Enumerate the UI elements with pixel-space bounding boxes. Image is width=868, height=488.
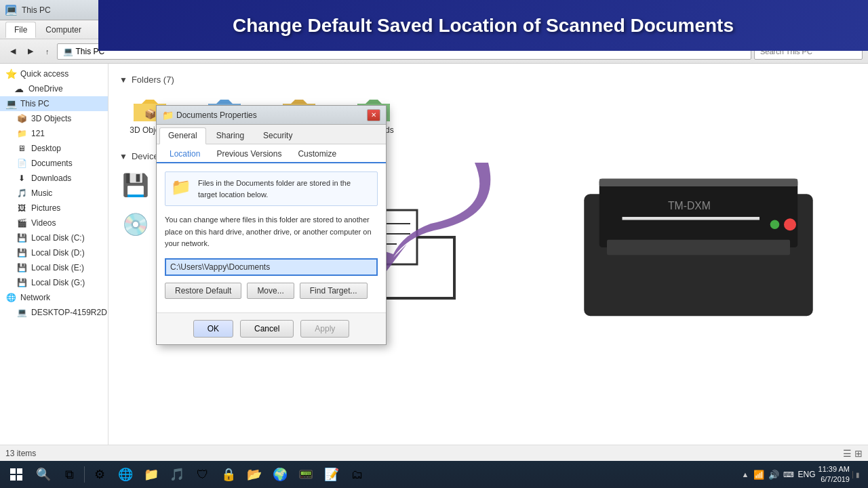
desktop-icon: 🖥: [16, 143, 27, 154]
dialog-footer: OK Cancel Apply: [157, 312, 386, 344]
sidebar-item-quick-access[interactable]: ⭐ Quick access: [0, 66, 108, 81]
start-button[interactable]: [3, 462, 30, 487]
ok-button[interactable]: OK: [193, 320, 233, 338]
svg-point-17: [784, 218, 796, 230]
disk-c-icon: 💾: [16, 232, 27, 243]
dialog-content: 📁 Files in the Documents folder are stor…: [157, 163, 386, 312]
windows-logo-icon: [10, 468, 22, 481]
apply-button[interactable]: Apply: [300, 320, 349, 338]
star-icon: ⭐: [5, 68, 16, 79]
taskbar: 🔍 ⧉ ⚙ 🌐 📁 🎵 🛡 🔒 📂 🌍 📟 📝 🗂 ▲ 📶 🔊 ⌨ ENG 11…: [0, 461, 868, 488]
sidebar-item-pictures[interactable]: 🖼 Pictures: [0, 201, 108, 216]
documents-properties-dialog: 📁 Documents Properties ✕ General Sharing…: [156, 105, 387, 345]
forward-button[interactable]: ▶: [23, 43, 38, 60]
path-input[interactable]: [165, 258, 378, 276]
taskbar-antivirus-icon[interactable]: 🔒: [216, 462, 241, 487]
sidebar-item-network[interactable]: 🌐 Network: [0, 290, 108, 305]
taskbar-word-icon[interactable]: 📝: [319, 462, 344, 487]
svg-rect-16: [623, 217, 760, 220]
svg-rect-15: [607, 240, 790, 256]
sidebar-item-documents[interactable]: 📄 Documents: [0, 156, 108, 171]
taskbar-ie-icon[interactable]: 🌐: [113, 462, 138, 487]
sidebar-item-onedrive[interactable]: ☁ OneDrive: [0, 81, 108, 96]
svg-point-18: [770, 220, 780, 230]
network-tray-icon[interactable]: 📶: [753, 470, 764, 480]
sidebar-item-desktop-pc[interactable]: 💻 DESKTOP-4159R2D: [0, 305, 108, 320]
taskbar-media-icon[interactable]: 🎵: [165, 462, 189, 487]
sidebar-item-local-e[interactable]: 💾 Local Disk (E:): [0, 260, 108, 275]
svg-rect-14: [599, 179, 798, 247]
taskbar-chrome-icon[interactable]: 🌍: [268, 462, 292, 487]
cloud-icon: ☁: [14, 83, 24, 94]
taskbar-file-manager-icon[interactable]: 📂: [242, 462, 267, 487]
disk-e-icon: 💾: [16, 262, 27, 273]
taskbar-search-icon[interactable]: 🔍: [31, 462, 56, 487]
sidebar-item-local-g[interactable]: 💾 Local Disk (G:): [0, 275, 108, 290]
find-target-button[interactable]: Find Target...: [300, 283, 368, 299]
taskbar-settings-icon[interactable]: ⚙: [87, 462, 112, 487]
sidebar-item-121[interactable]: 📁 121: [0, 126, 108, 141]
printer-image: TM-DXM: [529, 51, 868, 444]
disk-g-icon: 💾: [16, 277, 27, 288]
sidebar-item-downloads[interactable]: ⬇ Downloads: [0, 171, 108, 186]
volume-tray-icon[interactable]: 🔊: [768, 470, 779, 480]
network-icon: 🌐: [5, 292, 16, 303]
taskbar-shield-icon[interactable]: 🛡: [191, 462, 215, 487]
dialog-title-icon: 📁: [162, 110, 174, 121]
taskbar-folder-icon[interactable]: 📁: [139, 462, 163, 487]
pictures-icon: 🖼: [16, 203, 27, 214]
up-button[interactable]: ↑: [41, 43, 54, 60]
status-bar: 13 items ☰ ⊞: [0, 445, 868, 461]
computer-icon: 💻: [5, 98, 16, 109]
system-tray: ▲ 📶 🔊 ⌨ ENG: [742, 470, 816, 480]
dialog-subtabs: Location Previous Versions Customize: [157, 144, 386, 163]
restore-default-button[interactable]: Restore Default: [165, 283, 241, 299]
cancel-button[interactable]: Cancel: [240, 320, 294, 338]
banner: Change Default Saved Location of Scanned…: [98, 0, 868, 51]
downloads-icon: ⬇: [16, 173, 27, 184]
grid-view-button[interactable]: ⊞: [854, 448, 863, 459]
dialog-subtab-previous-versions[interactable]: Previous Versions: [209, 146, 289, 162]
taskbar-task-view[interactable]: ⧉: [57, 462, 81, 487]
dialog-close-button[interactable]: ✕: [367, 109, 380, 121]
dialog-tab-general[interactable]: General: [159, 127, 206, 144]
sidebar-item-desktop[interactable]: 🖥 Desktop: [0, 141, 108, 156]
folder-icon: 📁: [16, 128, 27, 139]
dialog-subtab-customize[interactable]: Customize: [290, 146, 344, 162]
ribbon-tab-file[interactable]: File: [5, 22, 36, 38]
sidebar-item-local-c[interactable]: 💾 Local Disk (C:): [0, 230, 108, 245]
svg-text:📦: 📦: [144, 108, 157, 120]
box-icon: 📦: [16, 113, 27, 124]
dialog-subtab-location[interactable]: Location: [162, 146, 208, 163]
sidebar-item-music[interactable]: 🎵 Music: [0, 186, 108, 201]
desktop-pc-icon: 💻: [16, 307, 27, 318]
move-button[interactable]: Move...: [247, 283, 294, 299]
taskbar-separator: [84, 466, 85, 483]
description-text: You can change where files in this folde…: [165, 214, 378, 250]
language-indicator[interactable]: ENG: [798, 470, 816, 479]
items-count: 13 items: [5, 449, 36, 458]
dialog-title-bar: 📁 Documents Properties ✕: [157, 106, 386, 125]
action-buttons: Restore Default Move... Find Target...: [165, 283, 378, 299]
system-clock[interactable]: 11:39 AM 6/7/2019: [818, 464, 850, 485]
ribbon-tab-computer[interactable]: Computer: [37, 22, 90, 37]
dialog-tab-sharing[interactable]: Sharing: [208, 127, 253, 144]
folder-info-icon: 📁: [171, 178, 191, 200]
back-button[interactable]: ◀: [5, 43, 20, 60]
taskbar-explorer-icon[interactable]: 🗂: [345, 462, 370, 487]
taskbar-cmd-icon[interactable]: 📟: [294, 462, 318, 487]
svg-text:TM-DXM: TM-DXM: [668, 200, 711, 211]
explorer-icon: 💻: [5, 5, 16, 16]
input-tray-icon[interactable]: ⌨: [783, 470, 794, 479]
dialog-tab-security[interactable]: Security: [254, 127, 301, 144]
sidebar-item-this-pc[interactable]: 💻 This PC: [0, 96, 108, 111]
sidebar-item-videos[interactable]: 🎬 Videos: [0, 216, 108, 230]
explorer-window: 💻 This PC − □ ✕ File Computer ◀ ▶ ↑ 💻 Th…: [0, 0, 868, 488]
tray-arrow-icon[interactable]: ▲: [742, 470, 749, 479]
list-view-button[interactable]: ☰: [843, 448, 852, 459]
sidebar-item-3d-objects[interactable]: 📦 3D Objects: [0, 111, 108, 126]
info-box: 📁 Files in the Documents folder are stor…: [165, 171, 378, 206]
documents-icon: 📄: [16, 158, 27, 169]
show-desktop-button[interactable]: ▮: [852, 471, 860, 479]
sidebar-item-local-d[interactable]: 💾 Local Disk (D:): [0, 245, 108, 260]
